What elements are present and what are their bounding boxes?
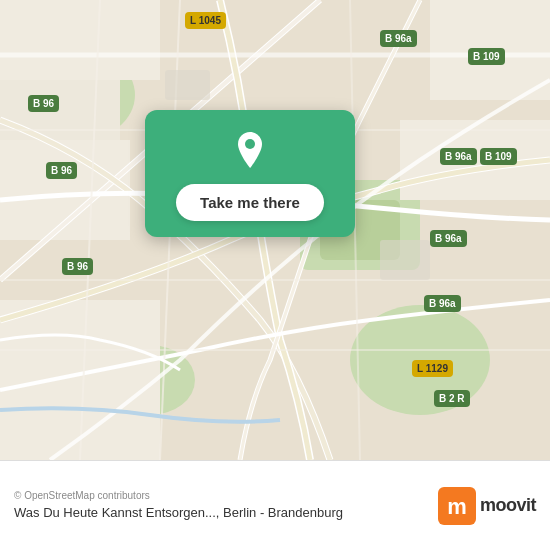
svg-text:m: m [447, 494, 467, 519]
road-badge-b2r: B 2 R [434, 390, 470, 407]
svg-point-24 [245, 139, 255, 149]
map-container: L 1045 B 96a B 109 B 96 B 96 B 96a B 109… [0, 0, 550, 460]
road-badge-l1129: L 1129 [412, 360, 453, 377]
svg-rect-22 [165, 70, 210, 100]
road-badge-b96a-1: B 96a [380, 30, 417, 47]
road-badge-b96-2: B 96 [46, 162, 77, 179]
moovit-text: moovit [480, 495, 536, 516]
road-badge-b96-3: B 96 [62, 258, 93, 275]
moovit-logo: m moovit [438, 487, 536, 525]
road-badge-b96a-4: B 96a [424, 295, 461, 312]
attribution-text: © OpenStreetMap contributors [14, 490, 438, 501]
place-name-text: Was Du Heute Kannst Entsorgen..., Berlin… [14, 505, 438, 522]
svg-rect-7 [0, 0, 160, 80]
road-badge-l1045: L 1045 [185, 12, 226, 29]
road-badge-b96-1: B 96 [28, 95, 59, 112]
svg-rect-23 [380, 240, 430, 280]
take-me-there-button[interactable]: Take me there [176, 184, 324, 221]
bottom-bar: © OpenStreetMap contributors Was Du Heut… [0, 460, 550, 550]
pin-icon [228, 128, 272, 172]
bottom-left-info: © OpenStreetMap contributors Was Du Heut… [14, 490, 438, 522]
location-card: Take me there [145, 110, 355, 237]
road-badge-b96a-3: B 96a [430, 230, 467, 247]
moovit-logo-icon: m [438, 487, 476, 525]
road-badge-b109-1: B 109 [468, 48, 505, 65]
road-badge-b96a-2: B 96a [440, 148, 477, 165]
road-badge-b109-2: B 109 [480, 148, 517, 165]
